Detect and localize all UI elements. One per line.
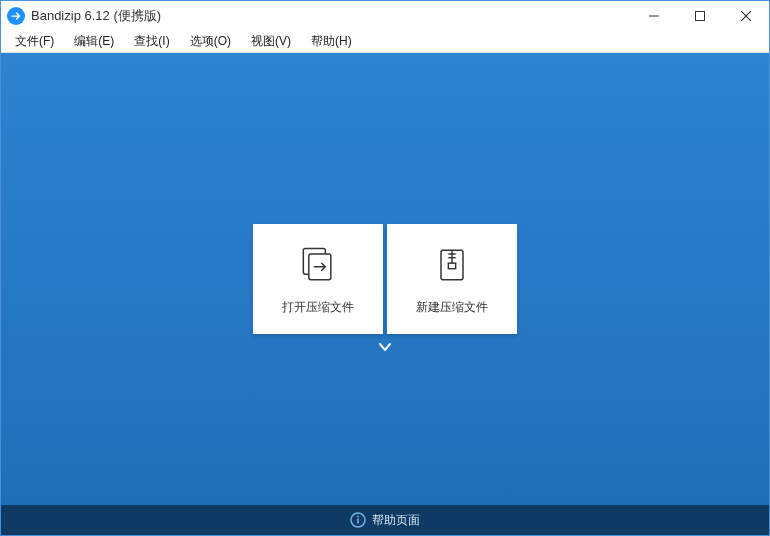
minimize-button[interactable] bbox=[631, 1, 677, 31]
workspace: 打开压缩文件 新建压缩文件 bbox=[1, 53, 769, 505]
titlebar: Bandizip 6.12 (便携版) bbox=[1, 1, 769, 31]
menubar: 文件(F) 编辑(E) 查找(I) 选项(O) 视图(V) 帮助(H) bbox=[1, 31, 769, 53]
new-archive-icon bbox=[430, 243, 474, 287]
menu-help[interactable]: 帮助(H) bbox=[301, 31, 362, 52]
menu-file[interactable]: 文件(F) bbox=[5, 31, 64, 52]
open-archive-card[interactable]: 打开压缩文件 bbox=[253, 224, 383, 334]
app-icon bbox=[7, 7, 25, 25]
open-archive-icon bbox=[296, 243, 340, 287]
close-button[interactable] bbox=[723, 1, 769, 31]
menu-edit[interactable]: 编辑(E) bbox=[64, 31, 124, 52]
new-archive-card[interactable]: 新建压缩文件 bbox=[387, 224, 517, 334]
menu-options[interactable]: 选项(O) bbox=[180, 31, 241, 52]
window-controls bbox=[631, 1, 769, 31]
menu-find[interactable]: 查找(I) bbox=[124, 31, 179, 52]
statusbar[interactable]: 帮助页面 bbox=[1, 505, 769, 535]
svg-point-12 bbox=[357, 516, 359, 518]
svg-rect-10 bbox=[448, 263, 455, 269]
new-archive-label: 新建压缩文件 bbox=[416, 299, 488, 316]
expand-toggle[interactable] bbox=[378, 339, 392, 355]
menu-view[interactable]: 视图(V) bbox=[241, 31, 301, 52]
help-page-link[interactable]: 帮助页面 bbox=[372, 512, 420, 529]
svg-rect-13 bbox=[357, 519, 359, 524]
action-cards: 打开压缩文件 新建压缩文件 bbox=[253, 224, 517, 334]
maximize-button[interactable] bbox=[677, 1, 723, 31]
info-icon bbox=[350, 512, 366, 528]
svg-rect-1 bbox=[696, 12, 705, 21]
open-archive-label: 打开压缩文件 bbox=[282, 299, 354, 316]
window-title: Bandizip 6.12 (便携版) bbox=[31, 7, 161, 25]
